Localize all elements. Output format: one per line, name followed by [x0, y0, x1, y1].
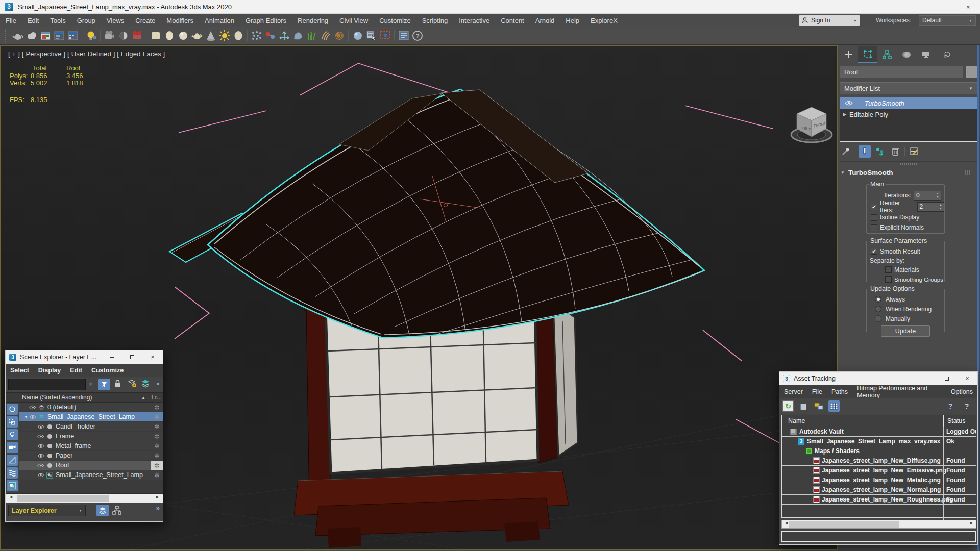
asset-row[interactable]: 3Small_Japanese_Street_Lamp_max_vray.max… [782, 437, 976, 446]
name-column-header[interactable]: Name [782, 417, 805, 424]
eye-icon[interactable] [36, 424, 45, 429]
egg-icon[interactable] [162, 29, 176, 43]
frozen-toggle-icon[interactable]: ✲ [151, 470, 163, 480]
menu-views[interactable]: Views [101, 14, 130, 27]
render-iters-spinner[interactable]: 2▲▼ [917, 202, 944, 212]
frozen-toggle-icon[interactable]: ✲ [151, 432, 163, 441]
status-column-header[interactable]: Status [947, 417, 965, 424]
clear-search-icon[interactable]: × [89, 381, 92, 388]
asset-tracking-hscrollbar[interactable]: ◄ ► [781, 520, 976, 529]
asset-tracking-title-bar[interactable]: 3 Asset Tracking × [779, 372, 977, 385]
menu-tools[interactable]: Tools [44, 14, 71, 27]
display-all-icon[interactable] [7, 404, 18, 415]
at-menu-bitmap-performance-and-memory[interactable]: Bitmap Performance and Memory [852, 385, 946, 399]
frozen-toggle-icon[interactable]: ✲ [151, 403, 163, 412]
menu-customize[interactable]: Customize [374, 14, 416, 27]
object-color-swatch[interactable] [966, 66, 977, 78]
explicit-normals-checkbox[interactable] [871, 224, 877, 231]
search-input[interactable] [8, 379, 86, 390]
modifier-list-dropdown[interactable]: Modifier List▼ [840, 82, 977, 94]
menu-modifiers[interactable]: Modifiers [161, 14, 199, 27]
asset-row[interactable]: Japanese_street_lamp_New_Normal.pngFound [782, 485, 976, 495]
maximize-button[interactable] [122, 350, 142, 364]
tab-motion[interactable] [897, 46, 916, 63]
frozen-toggle-icon[interactable]: ✲ [151, 451, 163, 460]
scene-row-candl-holder[interactable]: Candl_ holder✲ [19, 422, 163, 431]
menu-civil-view[interactable]: Civil View [334, 14, 374, 27]
asset-row[interactable]: Japanese_street_lamp_New_Diffuse.pngFoun… [782, 456, 976, 466]
video-icon[interactable] [130, 29, 144, 43]
at-menu-options[interactable]: Options [946, 388, 977, 395]
camera-icon[interactable] [103, 29, 116, 43]
se-menu-customize[interactable]: Customize [87, 367, 128, 374]
frozen-toggle-icon[interactable]: ✲ [151, 422, 163, 431]
lock-icon[interactable] [114, 379, 121, 390]
sphere-blue-icon[interactable] [351, 29, 364, 43]
eye-icon[interactable] [36, 473, 45, 478]
se-menu-display[interactable]: Display [34, 367, 65, 374]
select-by-name-icon[interactable] [364, 29, 378, 43]
maximize-button[interactable] [933, 0, 957, 13]
make-unique-icon[interactable] [874, 145, 886, 158]
eye-icon[interactable] [28, 415, 37, 419]
menu-file[interactable]: File [0, 14, 22, 27]
show-end-result-icon[interactable] [859, 145, 871, 158]
list-view-icon[interactable]: ▤ [798, 400, 809, 412]
scene-explorer-column-header[interactable]: Name (Sorted Ascending) ▲ Fr... [6, 392, 163, 403]
at-menu-server[interactable]: Server [779, 388, 807, 395]
display-shapes-icon[interactable] [7, 416, 18, 428]
display-spacewarps-icon[interactable] [7, 467, 18, 479]
scroll-left-icon[interactable]: ◄ [784, 520, 789, 525]
frozen-column-header[interactable]: Fr... [149, 394, 162, 401]
workspace-dropdown[interactable]: Default ▼ [919, 15, 976, 26]
layer-manager-icon[interactable] [66, 29, 80, 43]
menu-animation[interactable]: Animation [199, 14, 240, 27]
box-icon[interactable] [149, 29, 162, 43]
sun-icon[interactable] [217, 29, 231, 43]
help-icon[interactable]: ? [961, 400, 972, 412]
scene-row-roof[interactable]: Roof✲ [19, 461, 163, 470]
scrollbar-thumb[interactable] [789, 521, 899, 528]
eye-icon[interactable] [36, 434, 45, 439]
asset-row[interactable]: Japanese_street_lamp_New_Metalic.pngFoun… [782, 475, 976, 485]
radio-manually[interactable] [875, 315, 881, 322]
at-menu-paths[interactable]: Paths [827, 388, 852, 395]
hierarchy-mode-icon[interactable] [112, 505, 122, 517]
smooth-result-checkbox[interactable]: ✔ [871, 248, 877, 255]
close-button[interactable]: × [142, 350, 163, 364]
shell-icon[interactable] [332, 29, 346, 43]
scene-row-metal-frame[interactable]: Metal_frame✲ [19, 441, 163, 450]
display-helpers-icon[interactable] [7, 455, 18, 466]
eye-icon[interactable] [28, 405, 37, 410]
particles-icon[interactable] [250, 29, 263, 43]
viewport-label[interactable]: [ + ] [ Perspective ] [ User Defined ] [… [8, 50, 165, 58]
menu-rendering[interactable]: Rendering [292, 14, 334, 27]
scrollbar-thumb[interactable] [17, 495, 109, 502]
view-cube[interactable]: LEFT FRONT [789, 103, 835, 148]
remove-modifier-icon[interactable] [889, 145, 901, 158]
add-layer-icon[interactable] [127, 379, 137, 390]
iterations-spinner[interactable]: 0▲▼ [914, 191, 941, 201]
name-column-header[interactable]: Name (Sorted Ascending) [6, 394, 92, 401]
display-geometry-icon[interactable] [7, 480, 18, 491]
tab-display[interactable] [916, 46, 936, 63]
eye-icon[interactable] [36, 444, 45, 448]
footer-chevron[interactable]: » [156, 504, 160, 512]
hair-icon[interactable] [318, 29, 332, 43]
expander[interactable]: ▼ [19, 415, 28, 419]
configure-modifier-sets-icon[interactable] [908, 145, 920, 158]
radio-when-rendering[interactable] [875, 306, 881, 312]
tab-create[interactable] [839, 46, 858, 63]
menu-arnold[interactable]: Arnold [530, 14, 560, 27]
asset-row[interactable]: Japanese_street_lamp_New_Roughness.pngFo… [782, 495, 976, 505]
scene-explorer-hscrollbar[interactable]: ◄ ► [6, 493, 163, 503]
render-setup-icon[interactable] [38, 29, 52, 43]
frozen-toggle-icon[interactable]: ✲ [151, 441, 163, 450]
asset-row[interactable]: Maps / Shaders [782, 446, 976, 456]
display-lights-icon[interactable] [7, 429, 18, 440]
display-cameras-icon[interactable] [7, 442, 18, 453]
stack-item-turbosmooth[interactable]: TurboSmooth [840, 97, 977, 109]
help-icon[interactable]: ? [410, 29, 424, 43]
egg2-icon[interactable] [231, 29, 245, 43]
menu-scripting[interactable]: Scripting [416, 14, 454, 27]
